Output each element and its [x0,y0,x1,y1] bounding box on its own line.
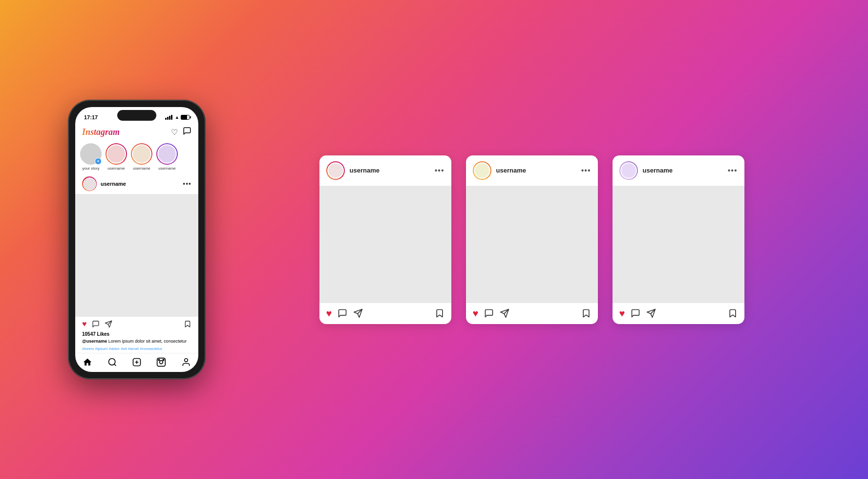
card-1-username: username [350,167,380,174]
story-label-yours: your story [82,166,99,171]
status-time: 17:17 [84,114,98,120]
card-3-username: username [643,167,673,174]
post-card-1: username ••• ♥ [319,155,451,324]
card-3-bookmark[interactable] [728,308,738,318]
card-1-comment[interactable] [338,308,347,318]
stories-row: + your story username username [75,140,198,174]
instagram-logo: Instagram [82,127,120,137]
card-1-share[interactable] [353,308,363,318]
card-3-like[interactable]: ♥ [619,308,625,319]
svg-point-2 [108,359,115,365]
card-1-image [319,186,451,303]
svg-point-10 [163,359,165,361]
post-card-2: username ••• ♥ [466,155,598,324]
caption-text: Lorem ipsum dolor sit amet, consectetur [108,339,187,344]
post-user-info: username [82,176,126,191]
phone-frame: 17:17 ▲ Instagram [68,100,205,379]
action-icons-left: ♥ [82,320,184,328]
likes-count: 10547 Likes [75,331,198,338]
add-story-btn[interactable]: + [95,158,102,165]
svg-point-9 [159,359,160,361]
phone-screen: 17:17 ▲ Instagram [75,107,198,372]
nav-home[interactable] [83,357,92,367]
svg-line-3 [114,364,116,366]
card-1-user: username [326,161,380,180]
card-3-header: username ••• [613,155,744,186]
card-2-actions: ♥ [466,303,598,324]
card-2-comment[interactable] [484,308,494,318]
card-2-actions-left: ♥ [473,308,581,319]
story-label-3: username [158,166,176,171]
caption-username: @username [82,339,107,344]
card-2-username: username [496,167,526,174]
phone-post-image [75,194,198,317]
card-2-share[interactable] [500,308,509,318]
wifi-icon: ▲ [175,115,179,120]
post-card-3: username ••• ♥ [613,155,744,324]
card-2-user: username [473,161,526,180]
card-1-header: username ••• [319,155,451,186]
svg-point-11 [184,359,188,362]
card-1-menu[interactable]: ••• [435,166,445,175]
dynamic-island [117,110,156,121]
card-3-share[interactable] [646,308,656,318]
story-label-2: username [133,166,150,171]
post-cards-area: username ••• ♥ username ••• [234,155,829,324]
phone-mockup: 17:17 ▲ Instagram [68,100,215,379]
nav-profile[interactable] [181,357,191,367]
header-icons: ♡ [171,127,191,137]
nav-reels[interactable] [156,357,166,367]
card-2-bookmark[interactable] [581,308,591,318]
signal-icon [165,115,172,120]
card-1-bookmark[interactable] [435,308,445,318]
card-3-menu[interactable]: ••• [728,166,738,175]
notifications-icon[interactable]: ♡ [171,128,178,137]
card-3-comment[interactable] [631,308,640,318]
bookmark-button[interactable] [184,320,191,328]
story-item-3[interactable]: username [156,143,178,171]
nav-search[interactable] [107,357,117,367]
story-item-2[interactable]: username [131,143,152,171]
card-2-header: username ••• [466,155,598,186]
story-item-yours[interactable]: + your story [80,143,102,171]
card-1-actions-left: ♥ [326,308,435,319]
phone-post-actions: ♥ [75,317,198,331]
phone-post-menu[interactable]: ••• [183,180,191,188]
story-label-1: username [107,166,125,171]
bottom-nav [75,353,198,372]
battery-icon [181,115,190,120]
card-2-menu[interactable]: ••• [581,166,591,175]
card-3-actions: ♥ [613,303,744,324]
card-3-user: username [619,161,673,180]
post-caption: @username Lorem ipsum dolor sit amet, co… [75,338,198,346]
card-2-like[interactable]: ♥ [473,308,479,319]
phone-post-username: username [101,181,126,187]
nav-add[interactable] [132,357,142,367]
comment-button[interactable] [92,320,100,328]
instagram-header: Instagram ♡ [75,125,198,140]
like-button[interactable]: ♥ [82,320,87,328]
svg-point-8 [160,361,163,364]
status-icons: ▲ [165,115,190,120]
story-item-1[interactable]: username [106,143,127,171]
card-2-image [466,186,598,303]
post-hashtags: #lorem #ipsum #dolor #sit #amet #consect… [75,346,198,353]
share-button[interactable] [105,320,112,328]
card-3-actions-left: ♥ [619,308,728,319]
phone-post-header: username ••• [75,174,198,194]
card-1-like[interactable]: ♥ [326,308,332,319]
messenger-icon[interactable] [183,127,191,137]
card-1-actions: ♥ [319,303,451,324]
card-3-image [613,186,744,303]
